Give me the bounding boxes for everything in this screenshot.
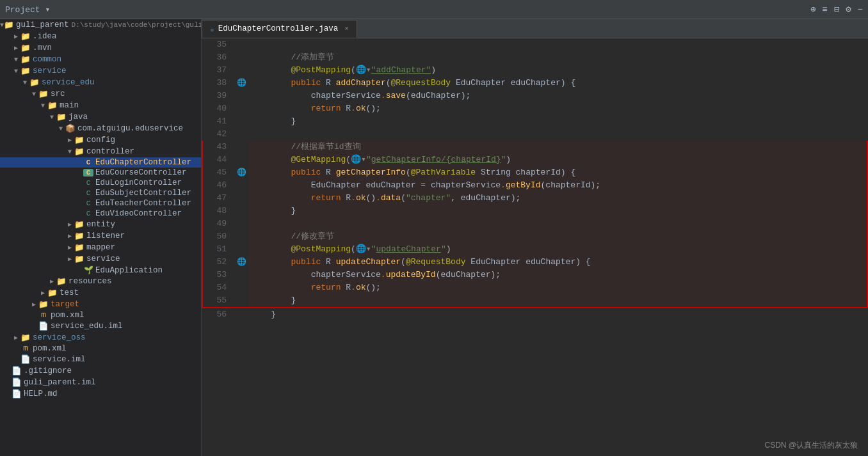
code-line-35: 35 <box>202 38 867 51</box>
tree-item-mapper[interactable]: ▶ 📁 mapper <box>0 242 201 253</box>
tree-item-edu-application[interactable]: 🌱 EduApplication <box>0 265 201 276</box>
list-icon[interactable]: ≡ <box>822 4 827 15</box>
tree-item-listener[interactable]: ▶ 📁 listener <box>0 230 201 242</box>
settings-icon[interactable]: ⚙ <box>846 4 851 15</box>
code-line-37: 37 @PostMapping(🌐▾"addChapter") <box>202 64 867 77</box>
tree-item-edu-video-controller[interactable]: C EduVideoController <box>0 208 201 219</box>
line-number: 50 <box>202 230 234 243</box>
tree-label: pom.xml <box>33 344 67 353</box>
line-number: 48 <box>202 205 234 217</box>
tree-item-entity[interactable]: ▶ 📁 entity <box>0 219 201 230</box>
tree-item-help-md[interactable]: 📄 HELP.md <box>0 388 201 400</box>
code-line-43: 43 //根据章节id查询 <box>202 141 867 153</box>
class-icon: C <box>83 179 93 187</box>
tree-item-test[interactable]: ▶ 📁 test <box>0 287 201 299</box>
tree-item-common[interactable]: ▼ 📁 common <box>0 54 201 65</box>
code-line-36: 36 //添加章节 <box>202 51 867 64</box>
folder-icon: 📁 <box>38 299 49 310</box>
tree-item-guli-parent[interactable]: ▼ 📁 guli_parent D:\study\java\code\proje… <box>0 19 201 31</box>
code-content-cell: public R updateChapter(@RequestBody EduC… <box>248 256 867 269</box>
tree-item-src[interactable]: ▼ 📁 src <box>0 88 201 100</box>
tree-item-service-oss[interactable]: ▶ 📁 service_oss <box>0 332 201 343</box>
tree-arrow: ▶ <box>65 255 74 263</box>
tab-edu-chapter-controller[interactable]: ☕ EduChapterController.java × <box>202 20 357 38</box>
tree-label: HELP.md <box>24 389 58 398</box>
code-line-39: 39 chapterService.save(eduChapter); <box>202 90 867 102</box>
split-icon[interactable]: ⊟ <box>834 4 839 15</box>
tree-label: service <box>33 67 67 75</box>
tree-item-main[interactable]: ▼ 📁 main <box>0 100 201 111</box>
folder-icon: 📁 <box>56 276 67 287</box>
folder-icon: 📁 <box>47 100 58 111</box>
code-line-46: 46 EduChapter eduChapter = chapterServic… <box>202 179 867 192</box>
folder-icon: 📁 <box>56 112 67 122</box>
md-icon: 📄 <box>12 389 22 399</box>
tree-item-config[interactable]: ▶ 📁 config <box>0 134 201 146</box>
tree-arrow: ▶ <box>12 33 20 40</box>
code-content-cell <box>248 38 867 51</box>
tree-arrow: ▶ <box>29 301 38 308</box>
tree-item-service[interactable]: ▼ 📁 service <box>0 65 201 77</box>
tree-item-java[interactable]: ▼ 📁 java <box>0 111 201 123</box>
code-content-cell: @GetMapping(🌐▾"getChapterInfo/{chapterId… <box>248 153 867 166</box>
tree-label: service_edu.iml <box>51 322 123 331</box>
code-content-cell: return R.ok(); <box>248 281 867 294</box>
code-content[interactable]: 35 36 //添加章节 37 @ <box>202 38 868 456</box>
code-line-50: 50 //修改章节 <box>202 230 867 243</box>
code-line-51: 51 @PostMapping(🌐▾"updateChapter") <box>202 243 867 256</box>
tree-item-service-iml[interactable]: 📄 service.iml <box>0 354 201 365</box>
java-icon: ☕ <box>210 25 214 33</box>
tree-label: java <box>68 113 88 122</box>
tree-item-edu-login-controller[interactable]: C EduLoginController <box>0 178 201 188</box>
xml-icon: m <box>38 311 49 320</box>
tree-item-package[interactable]: ▼ 📦 com.atguigu.eduservice <box>0 123 201 134</box>
line-number: 43 <box>202 141 234 153</box>
folder-icon: 📁 <box>4 20 14 30</box>
tree-item-target[interactable]: ▶ 📁 target <box>0 299 201 310</box>
tree-label: config <box>86 136 115 145</box>
folder-icon: 📁 <box>47 288 58 298</box>
tree-arrow: ▶ <box>38 289 47 297</box>
code-line-52: 52 🌐 public R updateChapter(@RequestBody… <box>202 256 867 269</box>
tree-item-root-pom[interactable]: m pom.xml <box>0 343 201 354</box>
tree-item-service-inner[interactable]: ▶ 📁 service <box>0 253 201 265</box>
gutter <box>234 308 248 321</box>
gutter <box>234 205 248 217</box>
tree-path: D:\study\java\code\project\guli_pare <box>72 21 202 29</box>
code-content-cell: } <box>248 294 867 308</box>
folder-icon: 📁 <box>74 146 84 157</box>
add-icon[interactable]: ⊕ <box>810 4 816 15</box>
tree-item-edu-course-controller[interactable]: C EduCourseController <box>0 168 201 178</box>
tree-item-iml[interactable]: 📄 service_edu.iml <box>0 320 201 332</box>
tree-item-mvn[interactable]: ▶ 📁 .mvn <box>0 42 201 54</box>
line-number: 36 <box>202 51 234 64</box>
minimize-icon[interactable]: − <box>858 4 863 15</box>
tree-item-guli-parent-iml[interactable]: 📄 guli_parent.iml <box>0 377 201 388</box>
tree-item-service-edu[interactable]: ▼ 📁 service_edu <box>0 77 201 88</box>
tree-item-resources[interactable]: ▶ 📁 resources <box>0 276 201 287</box>
main-layout: ▼ 📁 guli_parent D:\study\java\code\proje… <box>0 19 868 456</box>
tree-item-edu-chapter-controller[interactable]: C EduChapterController <box>0 157 201 168</box>
tree-label: .idea <box>33 32 57 41</box>
code-content-cell: } <box>248 308 867 321</box>
code-content-cell: public R getChapterInfo(@PathVariable St… <box>248 166 867 179</box>
iml-icon: 📄 <box>38 321 49 331</box>
iml-icon: 📄 <box>20 354 31 365</box>
tree-item-pom-xml[interactable]: m pom.xml <box>0 310 201 320</box>
line-number: 49 <box>202 217 234 230</box>
tree-item-gitignore[interactable]: 📄 .gitignore <box>0 365 201 377</box>
tree-label: .mvn <box>33 43 52 52</box>
line-number: 46 <box>202 179 234 192</box>
tree-item-edu-subject-controller[interactable]: C EduSubjectController <box>0 188 201 198</box>
tree-arrow: ▼ <box>12 68 20 75</box>
code-area: ☕ EduChapterController.java × 35 36 <box>202 19 868 456</box>
class-icon: C <box>83 189 93 197</box>
tree-label: EduLoginController <box>95 178 182 187</box>
tab-close-button[interactable]: × <box>344 25 349 33</box>
tree-label: EduCourseController <box>95 168 187 177</box>
tree-item-idea[interactable]: ▶ 📁 .idea <box>0 31 201 42</box>
tree-item-edu-teacher-controller[interactable]: C EduTeacherController <box>0 198 201 208</box>
tree-item-controller[interactable]: ▼ 📁 controller <box>0 146 201 157</box>
line-number: 45 <box>202 166 234 179</box>
gutter <box>234 115 248 128</box>
